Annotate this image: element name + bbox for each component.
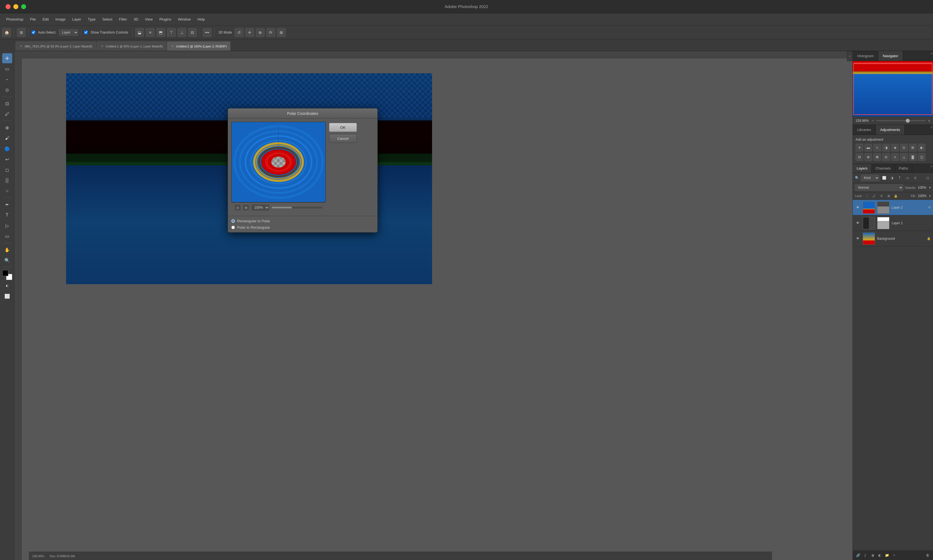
align-top-button[interactable]: ⊤: [167, 28, 176, 37]
lock-artboard-icon[interactable]: ⊞: [886, 194, 891, 198]
hand-tool[interactable]: ✋: [2, 245, 12, 255]
adj-selective-color[interactable]: ◫: [918, 153, 925, 161]
adj-channel-mixer[interactable]: ⊕: [864, 153, 872, 161]
panel-collapse-arrow[interactable]: ‹: [847, 51, 853, 61]
tab-libraries[interactable]: Libraries: [853, 125, 876, 135]
color-selector[interactable]: [2, 270, 12, 280]
preview-fit-icon[interactable]: ⊡: [234, 205, 241, 211]
adj-posterize[interactable]: ≡: [891, 153, 899, 161]
menu-photoshop[interactable]: Photoshop: [3, 16, 26, 23]
adj-invert[interactable]: ⊖: [882, 153, 890, 161]
layer-item-layer2[interactable]: 👁 Layer 2 ⚙: [853, 200, 933, 215]
arrange-button[interactable]: ⊞: [17, 28, 26, 37]
menu-layer[interactable]: Layer: [69, 16, 84, 23]
tab-navigator[interactable]: Navigator: [878, 51, 903, 61]
adj-color-lookup[interactable]: ⊠: [873, 153, 881, 161]
layers-panel-options[interactable]: ≡: [930, 164, 933, 172]
rotate-3d-button[interactable]: ↺: [234, 28, 244, 37]
menu-filter[interactable]: Filter: [116, 16, 130, 23]
layer-item-background[interactable]: 👁 Background 🔒: [853, 231, 933, 246]
preview-zoom-select[interactable]: 100% 50% 200%: [251, 204, 269, 211]
transform-controls-checkbox[interactable]: [84, 31, 88, 34]
selection-tool[interactable]: ▭: [2, 64, 12, 74]
screen-mode-btn[interactable]: ⬜: [2, 291, 12, 301]
adj-gradient-map[interactable]: ▓: [909, 153, 917, 161]
close-button[interactable]: [6, 4, 11, 9]
tab-histogram[interactable]: Histogram: [853, 51, 878, 61]
pen-tool[interactable]: ✒: [2, 200, 12, 209]
nav-zoom-slider[interactable]: [876, 120, 926, 121]
lock-transparent-icon[interactable]: ⬚: [864, 194, 870, 198]
layer-style-btn[interactable]: ƒ: [862, 552, 868, 558]
align-right-button[interactable]: ⬒: [156, 28, 165, 37]
type-tool[interactable]: T: [2, 210, 12, 220]
crop-tool[interactable]: ⊡: [2, 98, 12, 109]
adj-levels[interactable]: ▬: [864, 144, 872, 152]
tab-layers[interactable]: Layers: [853, 164, 871, 172]
panel-options-icon[interactable]: ≡: [930, 51, 933, 61]
brush-tool[interactable]: 🖌: [2, 133, 12, 143]
path-selection-tool[interactable]: ▷: [2, 221, 12, 231]
layer2-options-icon[interactable]: ⚙: [928, 206, 931, 209]
tab-close-untitled1[interactable]: ✕: [100, 45, 104, 48]
bg-visibility[interactable]: 👁: [855, 236, 861, 242]
tab-channels[interactable]: Channels: [871, 164, 895, 172]
menu-window[interactable]: Window: [175, 16, 194, 23]
adj-photo-filter[interactable]: ⊟: [856, 153, 863, 161]
menu-3d[interactable]: 3D: [131, 16, 141, 23]
layer-item-layer1[interactable]: 👁 Layer 1: [853, 215, 933, 231]
adj-curves[interactable]: ∿: [873, 144, 881, 152]
filter-smart-icon[interactable]: ⊙: [912, 175, 918, 181]
tab-close-img7813[interactable]: ✕: [19, 45, 23, 48]
quick-mask-btn[interactable]: ◐: [2, 280, 12, 291]
filter-type-icon[interactable]: T: [897, 175, 903, 181]
align-bottom-button[interactable]: ⊟: [188, 28, 197, 37]
layer2-visibility[interactable]: 👁: [855, 205, 861, 210]
move-tool[interactable]: ✛: [2, 53, 12, 63]
orbit-3d-button[interactable]: ⟳: [266, 28, 275, 37]
adj-black-white[interactable]: ◐: [918, 144, 925, 152]
polar-option-rect-to-polar[interactable]: Rectangular to Polar: [231, 219, 374, 223]
3d-extra-button[interactable]: ⊞: [277, 28, 286, 37]
healing-tool[interactable]: ⊕: [2, 123, 12, 133]
filter-pixel-icon[interactable]: ⬜: [881, 175, 887, 181]
fill-layer-btn[interactable]: ◐: [877, 552, 883, 558]
filter-adjust-icon[interactable]: ◑: [889, 175, 895, 181]
menu-edit[interactable]: Edit: [40, 16, 51, 23]
auto-select-dropdown[interactable]: Layer Group: [59, 29, 78, 36]
maximize-button[interactable]: [21, 4, 26, 9]
lock-position-icon[interactable]: ✛: [879, 194, 884, 198]
align-left-button[interactable]: ⬓: [135, 28, 144, 37]
polar-option-polar-to-rect[interactable]: Polar to Rectangular: [231, 225, 374, 229]
align-center-button[interactable]: ≡: [146, 28, 155, 37]
quick-select-tool[interactable]: ⊙: [2, 85, 12, 95]
adj-color-balance[interactable]: ⊞: [909, 144, 917, 152]
history-tool[interactable]: ↩: [2, 154, 12, 164]
group-layers-btn[interactable]: 📁: [884, 552, 890, 558]
preview-zoom-bar[interactable]: [271, 206, 322, 209]
dodge-tool[interactable]: ○: [2, 186, 12, 196]
tab-close-untitled2[interactable]: ✕: [171, 45, 174, 48]
tab-img7813[interactable]: ✕ IMG_7813.JPG @ 59.3% (Layer 2, Layer M…: [15, 42, 96, 51]
zoom-out-icon[interactable]: −: [871, 118, 874, 123]
shape-tool[interactable]: ▭: [2, 231, 12, 241]
blend-mode-select[interactable]: Normal Multiply Screen Overlay: [855, 184, 903, 191]
new-layer-btn[interactable]: +: [891, 552, 897, 558]
zoom-in-icon[interactable]: +: [928, 118, 930, 123]
link-layers-btn[interactable]: 🔗: [855, 552, 861, 558]
tab-untitled1[interactable]: ✕ Untitled-1 @ 50% (Layer 1, Layer Mask/…: [97, 42, 167, 51]
gradient-tool[interactable]: ▒: [2, 175, 12, 185]
polar-radio-rect-to-polar[interactable]: [231, 219, 235, 223]
adj-threshold[interactable]: △: [900, 153, 908, 161]
layer-mask-btn[interactable]: ◑: [870, 552, 876, 558]
delete-layer-btn[interactable]: 🗑: [925, 552, 931, 558]
layer-kind-select[interactable]: Kind Name Effect: [861, 175, 879, 181]
menu-file[interactable]: File: [27, 16, 39, 23]
adj-vibrance[interactable]: ◈: [891, 144, 899, 152]
auto-select-checkbox[interactable]: [32, 31, 35, 34]
foreground-color[interactable]: [2, 270, 8, 276]
menu-plugins[interactable]: Plugins: [157, 16, 174, 23]
polar-cancel-button[interactable]: Cancel: [329, 134, 357, 143]
more-options-button[interactable]: •••: [203, 28, 211, 37]
menu-view[interactable]: View: [142, 16, 156, 23]
